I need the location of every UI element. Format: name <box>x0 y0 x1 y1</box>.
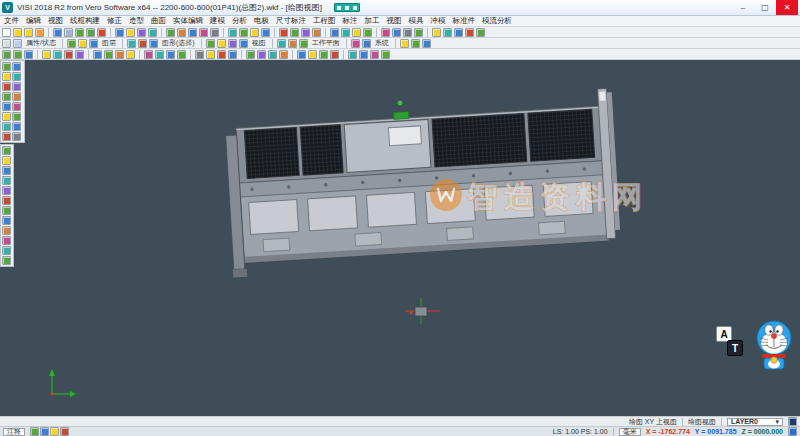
tool-icon-14[interactable] <box>206 39 215 48</box>
side-tool-icon-13[interactable] <box>12 122 21 131</box>
menu-item-label-1[interactable]: 编辑 <box>26 16 41 26</box>
tool-icon-35[interactable] <box>359 50 368 59</box>
tool-icon-23[interactable] <box>239 28 248 37</box>
layer-selector[interactable]: LAYER0 ▾ <box>727 418 783 426</box>
tool-icon-11[interactable] <box>149 39 158 48</box>
tool-icon-9[interactable] <box>127 39 136 48</box>
status-tool-icon-1[interactable] <box>40 427 49 436</box>
menu-item-label-10[interactable]: 电极 <box>254 16 269 26</box>
side-tool-icon-12[interactable] <box>2 122 11 131</box>
status-tool-icon-2[interactable] <box>50 427 59 436</box>
green-clamp[interactable] <box>394 112 409 120</box>
status-tool-icon-3[interactable] <box>60 427 69 436</box>
units-selector[interactable]: 毫米 <box>619 428 641 436</box>
tool-icon-16[interactable] <box>228 39 237 48</box>
tool-icon-34[interactable] <box>352 28 361 37</box>
side-tool-icon-3[interactable] <box>12 72 21 81</box>
tool-icon-46[interactable] <box>476 28 485 37</box>
tool-icon-11[interactable] <box>115 28 124 37</box>
tool-icon-24[interactable] <box>246 50 255 59</box>
tool-icon-32[interactable] <box>330 28 339 37</box>
side-tool-icon-9[interactable] <box>2 236 11 245</box>
side-tool-icon-9[interactable] <box>12 102 21 111</box>
child-close-icon[interactable] <box>353 6 357 10</box>
tool-icon-25[interactable] <box>257 50 266 59</box>
tool-icon-28[interactable] <box>290 28 299 37</box>
menu-item-label-18[interactable]: 标准件 <box>453 16 476 26</box>
tool-icon-17[interactable] <box>177 50 186 59</box>
minimize-button[interactable]: – <box>732 0 754 15</box>
status-mini-icon[interactable] <box>788 417 797 426</box>
tool-icon-20[interactable] <box>206 50 215 59</box>
tool-icon-43[interactable] <box>443 28 452 37</box>
tool-icon-6[interactable] <box>64 28 73 37</box>
menu-item-label-17[interactable]: 冲模 <box>431 16 446 26</box>
3d-scene[interactable]: 智造资料网 <box>0 60 800 416</box>
tool-icon-3[interactable] <box>35 28 44 37</box>
graphics-viewport[interactable]: 智造资料网 A T <box>0 60 800 416</box>
tool-icon-2[interactable] <box>24 28 33 37</box>
tool-icon-45[interactable] <box>465 28 474 37</box>
tool-icon-18[interactable] <box>188 28 197 37</box>
tool-icon-25[interactable] <box>261 28 270 37</box>
tool-icon-9[interactable] <box>97 28 106 37</box>
side-tool-icon-8[interactable] <box>2 226 11 235</box>
tool-icon-20[interactable] <box>210 28 219 37</box>
tool-icon-5[interactable] <box>78 39 87 48</box>
mesh-panel[interactable] <box>244 127 299 178</box>
tool-icon-7[interactable] <box>75 28 84 37</box>
menu-item-label-15[interactable]: 视图 <box>387 16 402 26</box>
tool-icon-19[interactable] <box>195 50 204 59</box>
child-minimize-icon[interactable] <box>337 6 341 10</box>
side-tool-icon-7[interactable] <box>2 216 11 225</box>
mesh-panel[interactable] <box>300 125 343 175</box>
side-tool-icon-10[interactable] <box>2 112 11 121</box>
tool-icon-31[interactable] <box>422 39 431 48</box>
tool-icon-27[interactable] <box>279 50 288 59</box>
tool-icon-13[interactable] <box>137 28 146 37</box>
tool-icon-19[interactable] <box>199 28 208 37</box>
tool-icon-5[interactable] <box>53 28 62 37</box>
side-tool-icon-6[interactable] <box>2 206 11 215</box>
side-tool-icon-0[interactable] <box>2 62 11 71</box>
side-tool-icon-4[interactable] <box>2 82 11 91</box>
tool-icon-37[interactable] <box>381 50 390 59</box>
menu-item-label-7[interactable]: 实体编辑 <box>173 16 203 26</box>
side-tool-icon-8[interactable] <box>2 102 11 111</box>
menu-item-label-3[interactable]: 线框构建 <box>70 16 100 26</box>
tool-icon-12[interactable] <box>126 28 135 37</box>
menu-item-label-11[interactable]: 尺寸标注 <box>276 16 306 26</box>
menu-item-label-12[interactable]: 工程图 <box>313 16 336 26</box>
tool-icon-8[interactable] <box>86 28 95 37</box>
tool-icon-9[interactable] <box>93 50 102 59</box>
side-tool-icon-3[interactable] <box>2 176 11 185</box>
side-tool-icon-5[interactable] <box>12 82 21 91</box>
side-tool-icon-6[interactable] <box>2 92 11 101</box>
tool-icon-20[interactable] <box>277 39 286 48</box>
side-tool-icon-2[interactable] <box>2 72 11 81</box>
status-corner-icon[interactable] <box>788 427 797 436</box>
menu-item-label-9[interactable]: 分析 <box>232 16 247 26</box>
tool-icon-15[interactable] <box>155 50 164 59</box>
side-tool-icon-7[interactable] <box>12 92 21 101</box>
side-tool-icon-2[interactable] <box>2 166 11 175</box>
tool-icon-36[interactable] <box>370 50 379 59</box>
tool-icon-16[interactable] <box>166 28 175 37</box>
menu-item-label-13[interactable]: 标注 <box>343 16 358 26</box>
tool-icon-31[interactable] <box>319 50 328 59</box>
tool-icon-16[interactable] <box>166 50 175 59</box>
side-tool-icon-11[interactable] <box>2 256 11 265</box>
tool-icon-30[interactable] <box>312 28 321 37</box>
tool-icon-39[interactable] <box>403 28 412 37</box>
side-tool-icon-1[interactable] <box>12 62 21 71</box>
maximize-button[interactable]: ▢ <box>754 0 776 15</box>
tool-icon-30[interactable] <box>411 39 420 48</box>
tool-icon-33[interactable] <box>341 28 350 37</box>
menu-item-label-4[interactable]: 修正 <box>107 16 122 26</box>
tool-icon-1[interactable] <box>13 39 22 48</box>
tool-icon-7[interactable] <box>75 50 84 59</box>
menu-item-label-16[interactable]: 模具 <box>409 16 424 26</box>
tool-icon-4[interactable] <box>67 39 76 48</box>
annotation-toggle[interactable]: 注释 <box>3 428 25 436</box>
side-tool-icon-10[interactable] <box>2 246 11 255</box>
